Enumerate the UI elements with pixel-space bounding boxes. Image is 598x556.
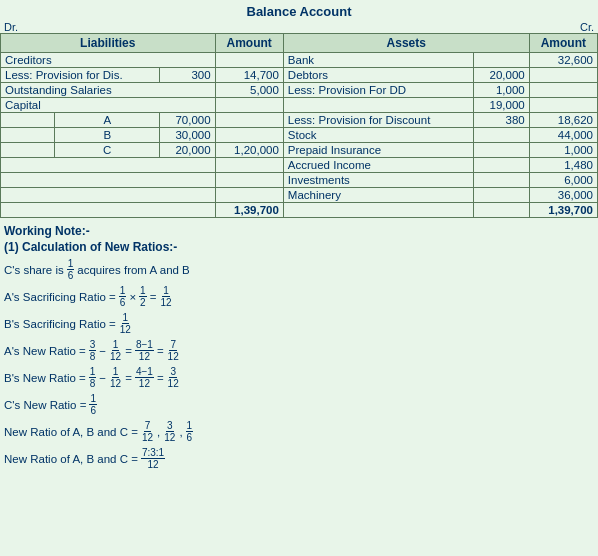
fraction-3-12: 312 xyxy=(167,366,180,389)
liabilities-total-label xyxy=(1,203,216,218)
liability-amount: 14,700 xyxy=(215,68,283,83)
fraction-1-6: 16 xyxy=(186,420,194,443)
liability-amount xyxy=(215,128,283,143)
dr-label: Dr. xyxy=(4,21,18,33)
asset-name: Investments xyxy=(283,173,473,188)
asset-amount: 18,620 xyxy=(529,113,597,128)
liability-amount: 5,000 xyxy=(215,83,283,98)
liability-amount xyxy=(215,188,283,203)
liability-name xyxy=(1,173,216,188)
liability-name xyxy=(1,158,216,173)
fraction-3-8: 38 xyxy=(89,339,97,362)
fraction-4-1-12: 4−112 xyxy=(135,366,154,389)
wn-line-4: A's New Ratio = 38 − 112 = 8−112 = 712 xyxy=(4,339,594,362)
table-row: Outstanding Salaries 5,000 Less: Provisi… xyxy=(1,83,598,98)
asset-amount xyxy=(529,98,597,113)
dr-cr-row: Dr. Cr. xyxy=(0,21,598,33)
asset-amount xyxy=(529,68,597,83)
table-row: B 30,000 Stock 44,000 xyxy=(1,128,598,143)
total-row: 1,39,700 1,39,700 xyxy=(1,203,598,218)
asset-col-val xyxy=(474,143,530,158)
wn-line-7: New Ratio of A, B and C = 712 , 312 , 16 xyxy=(4,420,594,443)
fraction-1-6: 16 xyxy=(67,258,75,281)
wn-text: − xyxy=(99,345,106,357)
wn-text: A's Sacrificing Ratio = xyxy=(4,291,116,303)
assets-header: Assets xyxy=(283,34,529,53)
working-note-title: Working Note:- xyxy=(4,224,594,238)
asset-name: Accrued Income xyxy=(283,158,473,173)
table-row: C 20,000 1,20,000 Prepaid Insurance 1,00… xyxy=(1,143,598,158)
wn-line-3: B's Sacrificing Ratio = 112 xyxy=(4,312,594,335)
balance-table: Liabilities Amount Assets Amount Credito… xyxy=(0,33,598,218)
liability-amount: 1,20,000 xyxy=(215,143,283,158)
liability-amount xyxy=(215,158,283,173)
asset-name: Prepaid Insurance xyxy=(283,143,473,158)
asset-col-val xyxy=(474,128,530,143)
assets-total-label xyxy=(283,203,473,218)
fraction-1-12: 112 xyxy=(119,312,132,335)
wn-text: = xyxy=(125,345,132,357)
working-notes: Working Note:- (1) Calculation of New Ra… xyxy=(0,218,598,478)
fraction-1-12: 112 xyxy=(159,285,172,308)
asset-name: Stock xyxy=(283,128,473,143)
wn-text: B's New Ratio = xyxy=(4,372,86,384)
liability-amount xyxy=(215,98,283,113)
wn-text: acquires from A and B xyxy=(77,264,190,276)
wn-text: C's New Ratio = xyxy=(4,399,86,411)
fraction-1-12: 112 xyxy=(109,339,122,362)
wn-text: , xyxy=(179,426,182,438)
liability-col-val: 70,000 xyxy=(160,113,216,128)
wn-line-5: B's New Ratio = 18 − 112 = 4−112 = 312 xyxy=(4,366,594,389)
page-title: Balance Account xyxy=(0,0,598,21)
wn-text: = xyxy=(125,372,132,384)
liability-col-val: 300 xyxy=(160,68,216,83)
liability-name: Creditors xyxy=(1,53,216,68)
wn-text: = xyxy=(150,291,157,303)
wn-text: New Ratio of A, B and C = xyxy=(4,453,138,465)
table-row: Capital 19,000 xyxy=(1,98,598,113)
asset-col-val: 380 xyxy=(474,113,530,128)
assets-amount-header: Amount xyxy=(529,34,597,53)
liability-name: Less: Provision for Dis. xyxy=(1,68,160,83)
table-row: A 70,000 Less: Provision for Discount 38… xyxy=(1,113,598,128)
liability-name xyxy=(1,113,55,128)
wn-text: = xyxy=(157,372,164,384)
liability-col-val: 20,000 xyxy=(160,143,216,158)
assets-total: 1,39,700 xyxy=(529,203,597,218)
wn-text: New Ratio of A, B and C = xyxy=(4,426,138,438)
cr-label: Cr. xyxy=(580,21,594,33)
asset-name: Less: Provision For DD xyxy=(283,83,473,98)
wn-text: C's share is xyxy=(4,264,64,276)
fraction-1-6: 16 xyxy=(89,393,97,416)
asset-name: Debtors xyxy=(283,68,473,83)
asset-col-val: 20,000 xyxy=(474,68,530,83)
liability-name: Capital xyxy=(1,98,216,113)
fraction-1-8: 18 xyxy=(89,366,97,389)
fraction-7-3-1-12: 7:3:112 xyxy=(141,447,165,470)
assets-total-spacer xyxy=(474,203,530,218)
table-row: Accrued Income 1,480 xyxy=(1,158,598,173)
capital-partner-b: B xyxy=(55,128,160,143)
wn-text: = xyxy=(157,345,164,357)
asset-amount: 44,000 xyxy=(529,128,597,143)
liability-amount xyxy=(215,173,283,188)
wn-text: − xyxy=(99,372,106,384)
asset-name: Less: Provision for Discount xyxy=(283,113,473,128)
asset-col-val xyxy=(474,188,530,203)
wn-text: B's Sacrificing Ratio = xyxy=(4,318,116,330)
asset-col-val xyxy=(474,53,530,68)
wn-line-8: New Ratio of A, B and C = 7:3:112 xyxy=(4,447,594,470)
liability-name xyxy=(1,128,55,143)
fraction-1-6: 16 xyxy=(119,285,127,308)
table-row: Machinery 36,000 xyxy=(1,188,598,203)
table-row: Less: Provision for Dis. 300 14,700 Debt… xyxy=(1,68,598,83)
asset-col-val xyxy=(474,173,530,188)
liability-name xyxy=(1,188,216,203)
working-note-subtitle: (1) Calculation of New Ratios:- xyxy=(4,240,594,254)
asset-name xyxy=(283,98,473,113)
fraction-8-1-12: 8−112 xyxy=(135,339,154,362)
liabilities-header: Liabilities xyxy=(1,34,216,53)
asset-amount: 1,480 xyxy=(529,158,597,173)
asset-amount: 32,600 xyxy=(529,53,597,68)
capital-partner-c: C xyxy=(55,143,160,158)
